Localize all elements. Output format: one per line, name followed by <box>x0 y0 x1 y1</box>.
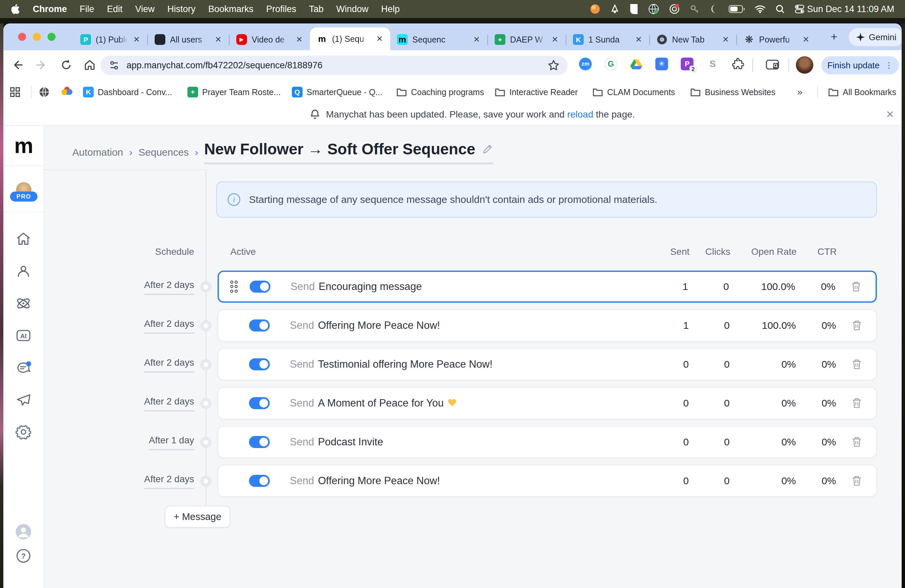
sidebar-settings-icon[interactable] <box>15 424 32 440</box>
message-card[interactable]: Send Offering More Peace Now! 1 0 100.0%… <box>218 309 877 342</box>
menu-file[interactable]: File <box>79 4 94 14</box>
delete-icon[interactable] <box>851 281 861 292</box>
message-title[interactable]: Offering More Peace Now! <box>318 319 440 332</box>
active-toggle[interactable] <box>250 281 270 292</box>
tab-video[interactable]: ▶ Video de ✕ <box>230 29 310 50</box>
menubar-notion-icon[interactable] <box>630 4 638 14</box>
s-extension-icon[interactable]: S <box>706 57 719 70</box>
home-icon[interactable] <box>83 57 97 72</box>
menu-help[interactable]: Help <box>381 4 400 14</box>
sidebar-contacts-icon[interactable] <box>15 263 32 279</box>
bookmark-folder-business[interactable]: Business Websites <box>690 80 775 104</box>
sidebar-broadcast-icon[interactable] <box>15 393 32 408</box>
snowflake-extension-icon[interactable]: ✳ <box>655 57 668 70</box>
active-toggle[interactable] <box>249 358 270 370</box>
message-title[interactable]: Podcast Invite <box>318 436 383 448</box>
delete-icon[interactable] <box>852 320 862 331</box>
active-toggle[interactable] <box>249 475 270 487</box>
tab-publer[interactable]: P (1) Puble ✕ <box>74 29 147 50</box>
menubar-app-icon-orange[interactable] <box>590 4 600 14</box>
traffic-light-close[interactable] <box>18 33 26 41</box>
sidebar-home-icon[interactable] <box>15 231 32 247</box>
account-switcher[interactable]: PRO <box>3 166 43 212</box>
tab-close-icon[interactable]: ✕ <box>374 33 385 44</box>
tab-close-icon[interactable]: ✕ <box>549 34 560 45</box>
menubar-search-icon[interactable] <box>775 4 785 14</box>
tab-sequences[interactable]: m Sequenc ✕ <box>390 29 487 50</box>
breadcrumb-automation[interactable]: Automation <box>72 147 123 158</box>
delete-icon[interactable] <box>852 398 862 408</box>
site-settings-icon[interactable] <box>108 60 120 71</box>
sidebar-chats-icon[interactable] <box>15 360 32 377</box>
bookmark-folder-interactive-reader[interactable]: Interactive Reader <box>495 80 578 104</box>
profile-avatar[interactable] <box>796 56 813 74</box>
message-card[interactable]: Send Encouraging message 1 0 100.0% 0% <box>218 270 877 303</box>
tab-daep[interactable]: + DAEP W ✕ <box>488 29 566 50</box>
address-bar[interactable]: app.manychat.com/fb472202/sequence/81889… <box>100 56 568 75</box>
menu-bookmarks[interactable]: Bookmarks <box>208 4 253 14</box>
tab-close-icon[interactable]: ✕ <box>471 34 482 45</box>
menubar-badge-icon[interactable] <box>669 4 680 14</box>
schedule-delay[interactable]: After 1 day <box>91 434 194 450</box>
schedule-delay[interactable]: After 2 days <box>91 356 194 373</box>
bookmark-folder-clam[interactable]: CLAM Documents <box>592 80 675 104</box>
schedule-delay[interactable]: After 2 days <box>91 472 194 489</box>
all-bookmarks[interactable]: All Bookmarks <box>828 80 896 104</box>
menubar-moon-icon[interactable] <box>709 4 719 14</box>
menu-history[interactable]: History <box>167 4 195 14</box>
menu-profiles[interactable]: Profiles <box>266 4 296 14</box>
tab-new-tab[interactable]: New Tab ✕ <box>650 29 736 50</box>
reload-icon[interactable] <box>59 57 74 72</box>
manychat-logo[interactable]: m <box>3 126 43 166</box>
sidebar-automation-icon[interactable] <box>15 296 32 311</box>
tab-sequence-active[interactable]: m (1) Sequ ✕ <box>310 27 390 50</box>
schedule-delay[interactable]: After 2 days <box>91 278 194 295</box>
tab-close-icon[interactable]: ✕ <box>213 34 224 45</box>
menubar-battery-icon[interactable] <box>729 5 745 13</box>
delete-icon[interactable] <box>852 359 862 370</box>
message-card[interactable]: Send Podcast Invite 0 0 0% 0% <box>218 426 877 458</box>
grammarly-extension-icon[interactable]: G <box>605 57 617 70</box>
tab-all-users[interactable]: All users ✕ <box>148 29 229 50</box>
edit-pencil-icon[interactable] <box>482 143 493 155</box>
menu-chrome[interactable]: Chrome <box>33 4 67 14</box>
drag-handle-icon[interactable] <box>230 280 238 293</box>
traffic-light-zoom[interactable] <box>48 33 56 41</box>
apple-menu-icon[interactable] <box>11 4 20 14</box>
menubar-globe-icon[interactable] <box>648 4 659 14</box>
message-title[interactable]: Offering More Peace Now! <box>318 475 440 487</box>
bookmark-smarterqueue[interactable]: Q SmarterQueue - Q... <box>292 80 382 104</box>
bookmark-dashboard[interactable]: K Dashboard - Conv... <box>83 80 172 104</box>
new-tab-button[interactable]: + <box>826 32 843 43</box>
extensions-puzzle-icon[interactable] <box>732 57 745 70</box>
sidebar-help-icon[interactable]: ? <box>15 548 32 564</box>
tab-close-icon[interactable]: ✕ <box>131 34 142 45</box>
apps-grid-icon[interactable] <box>10 80 20 104</box>
sidebar-ai-icon[interactable]: AI <box>15 327 32 343</box>
zoom-extension-icon[interactable]: zm <box>579 57 592 70</box>
active-toggle[interactable] <box>249 397 270 409</box>
search-tabs-icon[interactable] <box>765 57 780 72</box>
bookmark-prayer-team[interactable]: + Prayer Team Roste... <box>187 80 281 104</box>
breadcrumb-sequences[interactable]: Sequences <box>138 147 189 158</box>
menubar-wifi-icon[interactable] <box>755 5 765 13</box>
bookmark-folder-coaching[interactable]: Coaching programs <box>396 80 484 104</box>
schedule-delay[interactable]: After 2 days <box>91 395 194 412</box>
menubar-control-center-icon[interactable] <box>795 5 804 13</box>
traffic-light-minimize[interactable] <box>33 33 41 41</box>
menu-view[interactable]: View <box>135 4 155 14</box>
active-toggle[interactable] <box>249 436 270 448</box>
delete-icon[interactable] <box>852 437 862 447</box>
active-toggle[interactable] <box>249 319 270 332</box>
delete-icon[interactable] <box>852 475 862 486</box>
drive-extension-icon[interactable] <box>630 57 643 70</box>
notification-close-icon[interactable]: ✕ <box>886 108 894 120</box>
menubar-key-icon[interactable] <box>690 4 699 14</box>
menu-edit[interactable]: Edit <box>107 4 123 14</box>
p-extension-icon[interactable]: P2 <box>681 57 694 70</box>
sidebar-profile-avatar[interactable] <box>15 524 32 540</box>
tab-powerful[interactable]: ❋ Powerfu ✕ <box>737 29 817 50</box>
browser-menu-dots-icon[interactable]: ⋮ <box>885 61 893 69</box>
schedule-delay[interactable]: After 2 days <box>91 317 194 334</box>
message-card[interactable]: Send Testimonial offering More Peace Now… <box>218 348 877 380</box>
